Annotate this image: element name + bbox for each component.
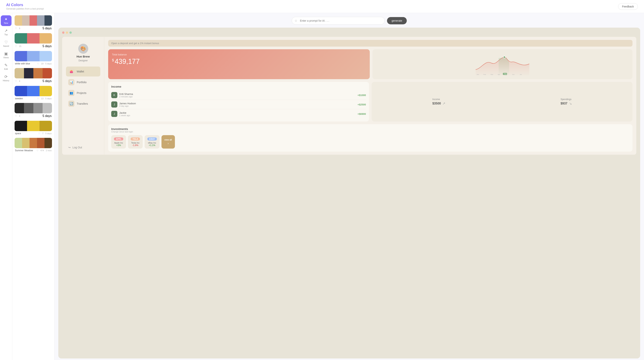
logout-button[interactable]: ↪ Log Out bbox=[66, 144, 100, 151]
list-item[interactable]: ♡ 4 5 days bbox=[14, 68, 52, 83]
palette-stats: ♡ 4 bbox=[15, 80, 20, 82]
palette-swatches bbox=[14, 15, 52, 26]
swatch bbox=[30, 15, 37, 26]
sidebar-item-new[interactable]: ✦ New bbox=[1, 15, 12, 26]
swatch bbox=[14, 15, 22, 26]
swatch bbox=[44, 138, 52, 148]
swatch bbox=[40, 51, 52, 61]
palette-meta: space ♡ 7 5 days bbox=[14, 132, 52, 135]
header-left: AI Colors Generate palettes from a text … bbox=[6, 3, 44, 10]
income-item: J Jackie 1 week ago +$6900 bbox=[111, 109, 366, 118]
income-info: Jackie 1 week ago bbox=[119, 111, 356, 117]
prompt-input[interactable] bbox=[292, 17, 385, 24]
swatch bbox=[42, 68, 52, 78]
invest-company-tsla: Tesla Inc bbox=[130, 142, 140, 144]
user-name: Hue Brew bbox=[76, 55, 90, 58]
palette-name: Summer Meadow bbox=[15, 149, 33, 152]
swatch bbox=[33, 103, 43, 113]
svg-text:Feb: Feb bbox=[483, 74, 486, 75]
heart-icon: ♡ bbox=[37, 62, 39, 65]
balance-value: 439,177 bbox=[115, 57, 140, 65]
svg-text:Jun: Jun bbox=[512, 74, 514, 75]
palette-likes: 7 bbox=[42, 132, 43, 135]
income-name: Jackie bbox=[119, 111, 356, 114]
swatch bbox=[22, 15, 30, 26]
heart-icon: ♡ bbox=[36, 149, 38, 152]
palette-name: white with blue bbox=[15, 62, 30, 65]
trend-down-icon: ↘ bbox=[569, 101, 572, 106]
list-item[interactable]: ♡ 4 5 days bbox=[14, 103, 52, 118]
palette-meta: Summer Meadow ♡ 474 2 mos bbox=[14, 149, 52, 152]
sidebar-item-new-label: New bbox=[4, 22, 8, 24]
heart-icon: ♡ bbox=[37, 97, 39, 100]
invest-header: Investments Change since last login bbox=[111, 127, 630, 133]
list-item[interactable]: Summer Meadow ♡ 474 2 mos bbox=[14, 138, 52, 152]
stat-income-value: $3500 bbox=[432, 102, 441, 105]
stat-income-row: $3500 ↗ bbox=[432, 101, 445, 106]
dash-nav-transfers-label: Transfers bbox=[77, 102, 88, 105]
svg-text:May: May bbox=[504, 73, 507, 75]
view-all-label: view all bbox=[164, 139, 172, 141]
view-all-button[interactable]: view all › bbox=[162, 135, 175, 149]
ai-icon: ☺ bbox=[294, 19, 298, 22]
prompt-bar: ☺ generate bbox=[292, 17, 407, 24]
sidebar-item-top[interactable]: ↗ Top bbox=[1, 27, 12, 37]
sidebar-item-edit-label: Edit bbox=[4, 68, 8, 70]
sidebar-item-edit[interactable]: ✎ Edit bbox=[1, 61, 12, 72]
invest-change-appl: +3% bbox=[114, 144, 123, 147]
dash-nav-wallet[interactable]: 👛 Wallet bbox=[66, 66, 100, 76]
list-item[interactable]: space ♡ 7 5 days bbox=[14, 121, 52, 135]
prompt-wrapper: ☺ bbox=[292, 17, 385, 24]
palette-age: 5 days bbox=[42, 114, 52, 118]
dash-nav-portfolio[interactable]: 📊 Portfolio bbox=[66, 77, 100, 87]
list-item[interactable]: sweden ♡ 13 5 days bbox=[14, 86, 52, 100]
sidebar-item-saved[interactable]: ♡ Saved bbox=[1, 38, 12, 49]
list-item[interactable]: white with blue ♡ 19 5 days bbox=[14, 51, 52, 65]
sidebar-item-history-label: History bbox=[3, 79, 9, 82]
feedback-button[interactable]: Feedback bbox=[618, 3, 638, 10]
dash-banner: Open a deposit and get a 1% instant bonu… bbox=[108, 40, 632, 46]
palette-meta: ♡ 4 5 days bbox=[14, 114, 52, 118]
swatch bbox=[37, 15, 44, 26]
header: AI Colors Generate palettes from a text … bbox=[0, 0, 644, 13]
views-icon: ▣ bbox=[4, 52, 8, 56]
edit-icon: ✎ bbox=[4, 63, 8, 67]
income-time: 2 minutes ago bbox=[119, 95, 356, 98]
investments-card: Investments Change since last login APPL… bbox=[108, 124, 632, 152]
income-name: Kriti Sharma bbox=[119, 93, 356, 95]
generate-button[interactable]: generate bbox=[387, 17, 407, 24]
invest-title: Investments bbox=[111, 127, 630, 131]
palette-stats: ♡ 7 5 days bbox=[38, 132, 52, 135]
palette-swatches bbox=[14, 33, 52, 43]
sidebar-item-views[interactable]: ▣ Views bbox=[1, 50, 12, 60]
palette-stats: ♡ 474 2 mos bbox=[36, 149, 52, 152]
dash-nav-projects[interactable]: 👥 Projects bbox=[66, 88, 100, 98]
list-item[interactable]: ♡ 15 5 days bbox=[14, 33, 52, 48]
sidebar-item-history[interactable]: ⟳ History bbox=[1, 73, 12, 84]
app-title: AI Colors bbox=[6, 3, 44, 7]
stat-income-label: Income bbox=[432, 98, 445, 101]
dash-sidebar: 🎨 Hue Brew Designer 👛 Wallet 📊 Portfolio bbox=[62, 37, 104, 155]
stat-spending-row: $937 ↘ bbox=[560, 101, 572, 106]
stat-spendings: Spendings $937 ↘ bbox=[560, 98, 572, 106]
palette-meta: ♡ 9 5 days bbox=[14, 27, 52, 30]
browser-dots bbox=[62, 31, 636, 34]
palette-stats: ♡ 13 5 days bbox=[37, 97, 52, 100]
invest-change-tsla: -1.9% bbox=[130, 144, 140, 147]
logout-label: Log Out bbox=[72, 146, 82, 149]
swatch bbox=[37, 138, 44, 148]
palette-meta: ♡ 15 5 days bbox=[14, 44, 52, 48]
dash-nav-transfers[interactable]: 🔄 Transfers bbox=[66, 99, 100, 109]
list-item[interactable]: ♡ 9 5 days bbox=[14, 15, 52, 30]
palette-age: 5 days bbox=[42, 79, 52, 83]
dot-yellow bbox=[66, 31, 68, 34]
balance-label: Total balance bbox=[112, 53, 366, 56]
portfolio-icon: 📊 bbox=[68, 79, 74, 85]
income-avatar: J bbox=[111, 101, 117, 107]
wallet-icon: 👛 bbox=[68, 68, 74, 74]
swatch bbox=[14, 103, 24, 113]
swatch bbox=[14, 121, 27, 131]
palette-stats: ♡ 19 5 days bbox=[37, 62, 52, 65]
palette-likes: 4 bbox=[19, 115, 20, 117]
main-layout: ✦ New ↗ Top ♡ Saved ▣ Views ✎ Edit ⟳ His… bbox=[0, 13, 644, 360]
